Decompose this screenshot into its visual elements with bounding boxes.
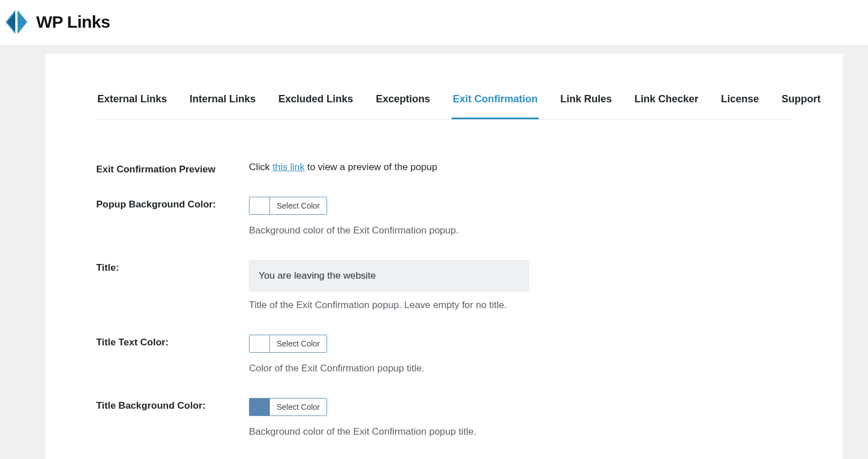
settings-panel: External LinksInternal LinksExcluded Lin… <box>45 54 843 459</box>
preview-text-before: Click <box>249 162 273 172</box>
tab-internal-links[interactable]: Internal Links <box>188 88 257 119</box>
tab-link-checker[interactable]: Link Checker <box>633 88 699 119</box>
tabs-nav: External LinksInternal LinksExcluded Lin… <box>96 88 792 120</box>
popup-bg-desc: Background color of the Exit Confirmatio… <box>249 225 792 236</box>
title-text-color-desc: Color of the Exit Confirmation popup tit… <box>249 363 792 374</box>
label-title: Title: <box>96 252 249 327</box>
tab-external-links[interactable]: External Links <box>96 88 168 119</box>
wplinks-logo-icon <box>5 9 28 35</box>
row-title-text-color: Title Text Color: Select Color Color of … <box>96 327 792 390</box>
preview-link[interactable]: this link <box>273 162 305 172</box>
tab-license[interactable]: License <box>720 88 760 119</box>
title-text-color-picker[interactable]: Select Color <box>249 335 327 353</box>
title-text-color-swatch <box>250 335 270 352</box>
row-title: Title: Title of the Exit Confirmation po… <box>96 252 792 327</box>
preview-text: Click this link to view a preview of the… <box>249 162 437 172</box>
row-title-background-color: Title Background Color: Select Color Bac… <box>96 390 792 453</box>
preview-text-after: to view a preview of the popup <box>304 162 437 172</box>
title-desc: Title of the Exit Confirmation popup. Le… <box>249 300 792 311</box>
popup-bg-color-swatch <box>250 197 270 214</box>
header-bar: WP Links <box>0 0 868 46</box>
tab-exceptions[interactable]: Exceptions <box>375 88 431 119</box>
label-popup-background-color: Popup Background Color: <box>96 189 249 252</box>
brand-name: WP Links <box>36 12 110 32</box>
tab-exit-confirmation[interactable]: Exit Confirmation <box>452 88 539 119</box>
title-input[interactable] <box>249 260 529 292</box>
label-title-background-color: Title Background Color: <box>96 390 249 453</box>
svg-marker-2 <box>18 10 27 34</box>
label-title-text-color: Title Text Color: <box>96 327 249 390</box>
logo: WP Links <box>5 9 110 35</box>
row-exit-confirmation-preview: Exit Confirmation Preview Click this lin… <box>96 154 792 189</box>
title-bg-color-picker[interactable]: Select Color <box>249 398 327 416</box>
row-popup-background-color: Popup Background Color: Select Color Bac… <box>96 189 792 252</box>
popup-bg-select-color-label: Select Color <box>270 197 326 214</box>
title-bg-color-swatch <box>250 399 270 415</box>
tab-link-rules[interactable]: Link Rules <box>559 88 613 119</box>
label-exit-confirmation-preview: Exit Confirmation Preview <box>96 154 249 189</box>
tab-support[interactable]: Support <box>780 88 822 119</box>
title-bg-color-select-label: Select Color <box>270 399 326 415</box>
form-table: Exit Confirmation Preview Click this lin… <box>96 154 792 453</box>
title-bg-color-desc: Background color of the Exit Confirmatio… <box>249 426 792 438</box>
tab-excluded-links[interactable]: Excluded Links <box>277 88 354 119</box>
title-text-color-select-label: Select Color <box>270 335 326 352</box>
popup-bg-color-picker[interactable]: Select Color <box>249 197 327 215</box>
